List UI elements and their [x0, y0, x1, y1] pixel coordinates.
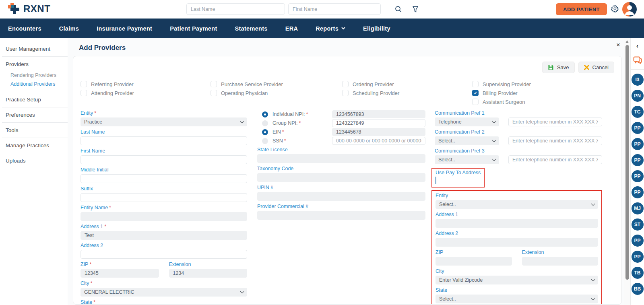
first-name-label: First Name: [80, 148, 247, 154]
checkbox-scheduling-provider[interactable]: Scheduling Provider: [342, 90, 472, 96]
practice-badge[interactable]: TC: [632, 106, 644, 118]
comm-pref-1-phone-input[interactable]: [508, 117, 602, 126]
state-license-input[interactable]: [257, 154, 425, 163]
radio-ssn[interactable]: [262, 138, 268, 144]
entity-select[interactable]: Practice: [80, 117, 247, 126]
collapse-rail-chevron-left-icon[interactable]: ‹: [636, 42, 638, 49]
vertical-scrollbar[interactable]: [624, 38, 630, 305]
sidebar-item-tools[interactable]: Tools: [0, 124, 68, 137]
zip-input[interactable]: [80, 269, 159, 278]
nav-patient-payment[interactable]: Patient Payment: [161, 25, 226, 32]
save-button[interactable]: Save: [542, 62, 575, 73]
last-name-search-input[interactable]: [186, 3, 285, 15]
practice-badge[interactable]: PP: [632, 138, 644, 150]
ein-input[interactable]: [332, 128, 425, 136]
chevron-down-icon: [240, 289, 244, 293]
close-icon[interactable]: ×: [616, 41, 620, 48]
address1-input[interactable]: [80, 231, 247, 240]
payto-entity-select[interactable]: Select..: [436, 200, 598, 209]
first-name-input[interactable]: [80, 155, 247, 164]
practice-badge[interactable]: ST: [632, 218, 644, 231]
use-pay-to-address-checkbox-checked[interactable]: [436, 177, 436, 184]
rxnt-logo[interactable]: RXNT: [7, 2, 50, 16]
first-name-search-input[interactable]: [288, 3, 381, 15]
checkbox-referring-provider[interactable]: Referring Provider: [80, 81, 211, 87]
individual-npi-input[interactable]: [332, 110, 425, 118]
provider-commercial-input[interactable]: [257, 211, 425, 220]
sidebar-item-preferences[interactable]: Preferences: [0, 108, 68, 122]
checkbox-ordering-provider[interactable]: Ordering Provider: [342, 81, 472, 87]
sidebar-item-practice-setup[interactable]: Practice Setup: [0, 93, 68, 106]
sidebar-item-rendering-providers[interactable]: Rendering Providers: [0, 71, 68, 80]
label-text: Address 1: [80, 224, 103, 229]
ssn-row: SSN*: [257, 137, 425, 145]
extension-input[interactable]: [169, 269, 248, 278]
practice-badge[interactable]: MJ: [632, 202, 644, 214]
group-npi-input[interactable]: [332, 119, 425, 127]
cancel-button[interactable]: Cancel: [578, 62, 614, 73]
practice-badge[interactable]: BB: [632, 283, 644, 295]
checkbox-supervising-provider[interactable]: Supervising Provider: [472, 81, 531, 87]
payto-address1-input[interactable]: [436, 219, 598, 228]
sidebar-item-uploads[interactable]: Uploads: [0, 154, 68, 167]
cancel-label: Cancel: [592, 64, 609, 70]
checkbox-assistant-surgeon[interactable]: Assistant Surgeon: [472, 99, 531, 105]
nav-era[interactable]: ERA: [277, 25, 307, 32]
scrollbar-thumb[interactable]: [625, 45, 629, 280]
comm-pref-2-select[interactable]: Select..: [435, 136, 499, 145]
suffix-input[interactable]: [80, 193, 247, 202]
nav-statements[interactable]: Statements: [226, 25, 277, 32]
practice-badge[interactable]: PP: [632, 122, 644, 134]
comm-pref-2-phone-input[interactable]: [508, 136, 602, 145]
payto-address2-input[interactable]: [436, 238, 598, 247]
radio-ein-selected[interactable]: [262, 129, 268, 135]
chevron-down-icon: [341, 27, 345, 30]
nav-claims[interactable]: Claims: [50, 25, 88, 32]
gear-icon[interactable]: [611, 5, 619, 13]
payto-zip-input[interactable]: [436, 257, 512, 266]
user-avatar[interactable]: [622, 2, 637, 16]
practice-badge[interactable]: PP: [632, 186, 644, 198]
practice-badge[interactable]: PN: [632, 90, 644, 102]
search-icon[interactable]: [394, 5, 402, 13]
checkbox-attending-provider[interactable]: Attending Provider: [80, 90, 211, 96]
sidebar-item-user-management[interactable]: User Management: [0, 42, 68, 56]
last-name-input[interactable]: [80, 136, 247, 145]
comm-pref-3-select[interactable]: Select..: [435, 155, 499, 164]
payto-city-select[interactable]: Enter Valid Zipcode: [436, 276, 598, 284]
provider-info-column: Entity* Practice Last Name First Name Mi…: [80, 110, 247, 305]
chat-icon[interactable]: [631, 56, 644, 70]
radio-individual-npi-selected[interactable]: [262, 111, 268, 117]
payto-extension-input[interactable]: [522, 257, 599, 266]
upin-input[interactable]: [257, 192, 425, 201]
practice-badge[interactable]: PP: [632, 170, 644, 182]
scroll-up-arrow-icon[interactable]: [625, 40, 629, 43]
ssn-input[interactable]: [332, 137, 425, 145]
taxonomy-code-input[interactable]: [257, 173, 425, 182]
practice-badge[interactable]: PP: [632, 235, 644, 247]
sidebar-item-providers[interactable]: Providers: [0, 58, 68, 71]
checkbox-purchase-service-provider[interactable]: Purchase Service Provider: [211, 81, 342, 87]
checkbox-operating-physician[interactable]: Operating Physician: [211, 90, 342, 96]
middle-initial-input[interactable]: [80, 174, 247, 183]
sidebar-item-additional-providers[interactable]: Additional Providers: [0, 80, 68, 89]
city-select[interactable]: GENERAL ELECTRIC: [80, 288, 247, 297]
nav-insurance-payment[interactable]: Insurance Payment: [88, 25, 161, 32]
practice-badge[interactable]: I3: [632, 74, 644, 86]
sidebar-item-manage-practices[interactable]: Manage Practices: [0, 139, 68, 152]
add-patient-button[interactable]: ADD PATIENT: [556, 3, 607, 15]
practice-badge[interactable]: PP: [632, 154, 644, 166]
payto-state-select[interactable]: Select..: [436, 295, 598, 303]
entity-name-input[interactable]: [80, 212, 247, 221]
comm-pref-3-phone-input[interactable]: [508, 155, 602, 164]
checkbox-billing-provider[interactable]: Billing Provider: [472, 90, 531, 96]
nav-encounters[interactable]: Encounters: [8, 25, 50, 32]
radio-group-npi[interactable]: [262, 120, 268, 126]
filter-icon[interactable]: [411, 5, 419, 13]
nav-reports[interactable]: Reports: [307, 25, 354, 32]
practice-badge[interactable]: PP: [632, 251, 644, 263]
comm-pref-1-select[interactable]: Telephone: [435, 117, 499, 126]
nav-eligibility[interactable]: Eligibility: [354, 25, 399, 32]
address2-input[interactable]: [80, 250, 247, 259]
practice-badge[interactable]: TB: [632, 267, 644, 279]
